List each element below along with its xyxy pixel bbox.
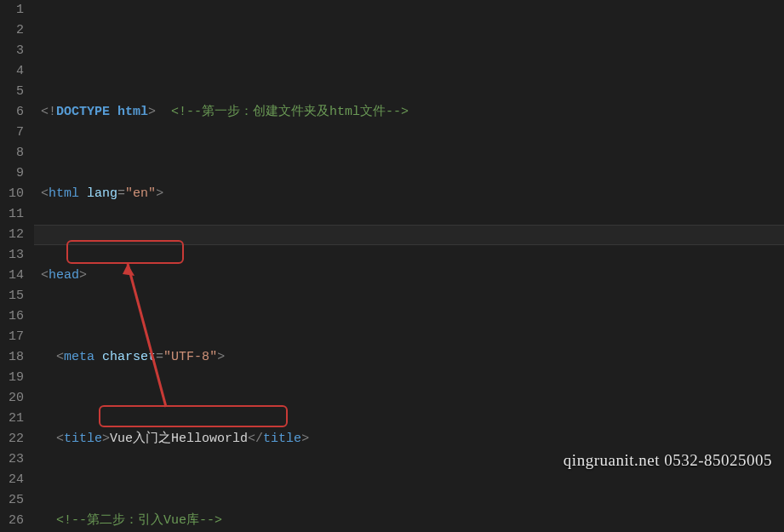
line-number: 22 bbox=[0, 429, 24, 449]
quote: " bbox=[209, 350, 217, 364]
attr: charset bbox=[102, 350, 156, 364]
line-number: 12 bbox=[0, 225, 24, 245]
line-number: 10 bbox=[0, 184, 24, 204]
line-number: 2 bbox=[0, 20, 24, 41]
code-line[interactable]: <head> bbox=[34, 266, 784, 286]
line-number: 1 bbox=[0, 0, 24, 20]
line-number: 26 bbox=[0, 511, 24, 531]
line-number: 13 bbox=[0, 245, 24, 266]
line-number: 19 bbox=[0, 368, 24, 388]
code-line[interactable]: <!--第二步：引入Vue库--> bbox=[34, 511, 784, 531]
line-number: 16 bbox=[0, 306, 24, 327]
quote: " bbox=[163, 350, 171, 364]
line-number: 4 bbox=[0, 61, 24, 82]
punct: > bbox=[217, 350, 225, 364]
line-number: 11 bbox=[0, 204, 24, 225]
punct: > bbox=[102, 432, 110, 446]
code-line[interactable]: <meta charset="UTF-8"> bbox=[34, 347, 784, 368]
line-number: 15 bbox=[0, 286, 24, 306]
quote: " bbox=[125, 186, 133, 201]
tag: html bbox=[49, 186, 79, 201]
doctype-html: html bbox=[117, 105, 148, 119]
punct: > bbox=[148, 105, 156, 119]
punct: > bbox=[301, 432, 309, 446]
line-number: 7 bbox=[0, 123, 24, 143]
tag: meta bbox=[64, 350, 94, 364]
punct: < bbox=[41, 186, 49, 201]
quote: " bbox=[148, 186, 156, 201]
code-editor[interactable]: 1 2 3 4 5 6 7 8 9 10 11 12 13 14 15 16 1… bbox=[0, 0, 784, 532]
punct: > bbox=[156, 186, 163, 201]
punct: </ bbox=[248, 432, 263, 446]
attr-value: UTF-8 bbox=[171, 350, 209, 364]
space bbox=[110, 105, 117, 119]
punct: > bbox=[79, 268, 87, 283]
line-number: 3 bbox=[0, 41, 24, 61]
doctype: DOCTYPE bbox=[56, 105, 110, 119]
line-number: 17 bbox=[0, 327, 24, 347]
line-number: 18 bbox=[0, 347, 24, 368]
tag: title bbox=[64, 432, 102, 446]
current-line-highlight bbox=[34, 225, 784, 245]
tag: title bbox=[263, 432, 301, 446]
line-number: 6 bbox=[0, 102, 24, 123]
line-number: 9 bbox=[0, 163, 24, 184]
punct: = bbox=[117, 186, 125, 201]
comment: <!--第一步：创建文件夹及html文件--> bbox=[171, 105, 409, 119]
line-number: 24 bbox=[0, 470, 24, 490]
comment: <!--第二步：引入Vue库--> bbox=[56, 513, 222, 528]
line-number: 25 bbox=[0, 490, 24, 511]
punct: < bbox=[56, 350, 64, 364]
space bbox=[79, 186, 87, 201]
space bbox=[94, 350, 102, 364]
line-number-gutter: 1 2 3 4 5 6 7 8 9 10 11 12 13 14 15 16 1… bbox=[0, 0, 34, 532]
line-number: 21 bbox=[0, 409, 24, 429]
code-line[interactable]: <!DOCTYPE html> <!--第一步：创建文件夹及html文件--> bbox=[34, 102, 784, 123]
punct: < bbox=[41, 268, 49, 283]
punct: < bbox=[56, 432, 64, 446]
code-line[interactable]: <html lang="en"> bbox=[34, 184, 784, 204]
punct: <! bbox=[41, 105, 56, 119]
punct: = bbox=[156, 350, 163, 364]
line-number: 20 bbox=[0, 388, 24, 409]
line-number: 23 bbox=[0, 449, 24, 470]
attr: lang bbox=[87, 186, 117, 201]
attr-value: en bbox=[133, 186, 148, 201]
line-number: 14 bbox=[0, 266, 24, 286]
line-number: 5 bbox=[0, 82, 24, 102]
code-line[interactable]: <title>Vue入门之Helloworld</title> bbox=[34, 429, 784, 449]
tag: head bbox=[49, 268, 79, 283]
text: Vue入门之Helloworld bbox=[110, 432, 248, 446]
line-number: 8 bbox=[0, 143, 24, 163]
code-area[interactable]: <!DOCTYPE html> <!--第一步：创建文件夹及html文件--> … bbox=[34, 0, 784, 532]
